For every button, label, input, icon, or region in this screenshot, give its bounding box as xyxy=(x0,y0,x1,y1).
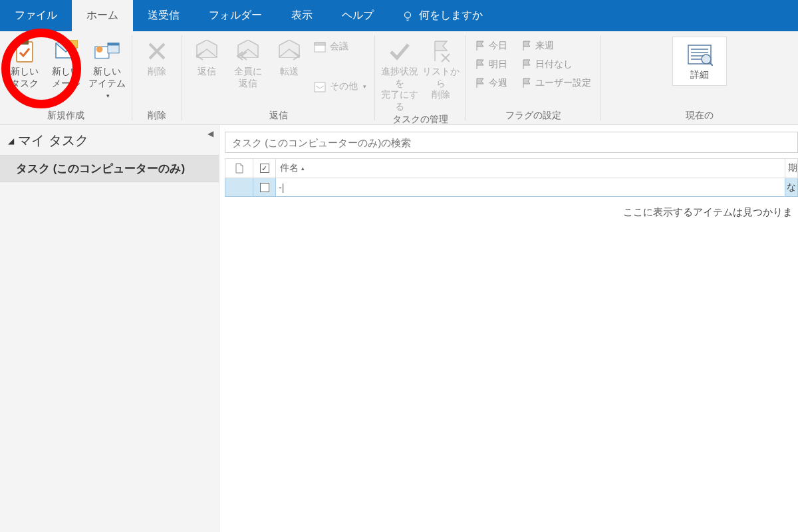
tab-home[interactable]: ホーム xyxy=(72,0,133,31)
flag-icon xyxy=(475,59,485,70)
svg-rect-11 xyxy=(315,82,325,92)
ribbon: 新しい タスク 新しい メール xyxy=(0,31,798,125)
checkbox-empty-icon xyxy=(260,183,269,192)
search-input[interactable] xyxy=(225,137,797,148)
new-task-button[interactable]: 新しい タスク xyxy=(5,37,44,89)
mark-complete-label: 進捗状況を 完了にする xyxy=(380,66,419,112)
tell-me-label: 何をしますか xyxy=(419,9,483,23)
svg-rect-8 xyxy=(108,43,119,46)
search-box[interactable] xyxy=(225,132,798,153)
group-label-manage: タスクの管理 xyxy=(380,112,460,127)
caret-down-icon: ◢ xyxy=(8,136,14,146)
flag-icon xyxy=(475,78,485,88)
new-task-row[interactable]: -| な xyxy=(225,178,798,197)
ribbon-group-respond: 返信 全員に 返信 転送 xyxy=(182,31,374,124)
more-label: その他 xyxy=(330,80,358,92)
flag-next-week[interactable]: 来週 xyxy=(522,38,591,54)
new-row-due-label: な xyxy=(787,182,796,194)
reply-all-button[interactable]: 全員に 返信 xyxy=(229,37,267,89)
flag-next-week-label: 来週 xyxy=(535,40,554,52)
tab-folder[interactable]: フォルダー xyxy=(194,0,277,31)
group-label-respond: 返信 xyxy=(188,108,369,123)
nav-item-tasks-local[interactable]: タスク (このコンピューターのみ) xyxy=(0,155,219,182)
svg-point-0 xyxy=(405,12,411,18)
svg-point-6 xyxy=(96,46,103,53)
tell-me-search[interactable]: 何をしますか xyxy=(388,0,496,31)
detail-view-button[interactable]: 詳細 xyxy=(672,37,727,86)
remove-from-list-label: リストから 削除 xyxy=(422,66,460,101)
ribbon-group-new: 新しい タスク 新しい メール xyxy=(0,31,132,124)
svg-rect-1 xyxy=(17,42,33,62)
col-due[interactable]: 期 xyxy=(785,159,797,178)
mail-icon xyxy=(53,38,79,65)
svg-point-17 xyxy=(702,55,711,64)
checkbox-checked-icon xyxy=(260,164,269,173)
collapse-nav-icon[interactable]: ◀ xyxy=(207,129,213,138)
reply-icon xyxy=(194,38,220,65)
flag-x-icon xyxy=(428,38,454,65)
reply-label: 返信 xyxy=(198,66,216,78)
body-split: ◀ ◢ マイ タスク タスク (このコンピューターのみ) 件名 ▴ 期 xyxy=(0,125,798,532)
table-header: 件名 ▴ 期 xyxy=(225,158,798,178)
svg-rect-10 xyxy=(315,43,325,45)
tab-view[interactable]: 表示 xyxy=(277,0,327,31)
flag-custom[interactable]: ユーザー設定 xyxy=(522,75,591,91)
forward-button[interactable]: 転送 xyxy=(270,37,309,78)
new-items-label: 新しい アイテム ▾ xyxy=(88,66,126,101)
meeting-button[interactable]: 会議 xyxy=(311,38,369,55)
nav-pane: ◀ ◢ マイ タスク タスク (このコンピューターのみ) xyxy=(0,125,219,532)
new-row-due-cell: な xyxy=(785,178,797,196)
calendar-icon xyxy=(314,41,326,53)
col-icon[interactable] xyxy=(225,159,253,178)
ribbon-group-delete: 削除 削除 xyxy=(132,31,182,124)
flag-tomorrow[interactable]: 明日 xyxy=(475,57,507,72)
empty-list-message: ここに表示するアイテムは見つかりま xyxy=(219,197,798,228)
lightbulb-icon xyxy=(402,10,414,22)
flag-no-date-label: 日付なし xyxy=(535,59,573,70)
new-row-flag-cell xyxy=(225,178,253,196)
meeting-label: 会議 xyxy=(330,41,348,53)
ribbon-group-currentview: 詳細 現在の xyxy=(601,31,798,124)
group-label-delete: 削除 xyxy=(138,108,176,123)
new-mail-button[interactable]: 新しい メール xyxy=(47,37,85,89)
col-complete[interactable] xyxy=(253,159,276,178)
more-button[interactable]: その他 ▾ xyxy=(311,78,369,95)
flag-no-date[interactable]: 日付なし xyxy=(522,57,591,72)
svg-rect-4 xyxy=(68,40,78,48)
new-mail-label: 新しい メール xyxy=(52,66,80,89)
reply-all-icon xyxy=(235,38,261,65)
sort-asc-icon: ▴ xyxy=(301,165,305,172)
detail-view-label: 詳細 xyxy=(690,69,709,81)
x-icon xyxy=(144,38,170,65)
forward-icon xyxy=(276,38,303,65)
tab-help[interactable]: ヘルプ xyxy=(327,0,388,31)
flag-icon xyxy=(522,41,531,51)
group-label-flags: フラグの設定 xyxy=(475,108,591,123)
new-row-check-cell[interactable] xyxy=(253,178,276,196)
nav-header[interactable]: ◢ マイ タスク xyxy=(0,125,219,155)
delete-button[interactable]: 削除 xyxy=(138,37,176,78)
remove-from-list-button[interactable]: リストから 削除 xyxy=(422,37,460,101)
mark-complete-button[interactable]: 進捗状況を 完了にする xyxy=(380,37,419,112)
reply-button[interactable]: 返信 xyxy=(188,37,226,78)
flag-custom-label: ユーザー設定 xyxy=(535,77,591,89)
new-items-icon xyxy=(94,38,120,65)
flag-this-week[interactable]: 今週 xyxy=(475,75,507,91)
flag-today[interactable]: 今日 xyxy=(475,38,507,54)
more-icon xyxy=(314,80,326,92)
col-due-label: 期 xyxy=(788,162,797,174)
tab-strip: ファイル ホーム 送受信 フォルダー 表示 ヘルプ 何をしますか xyxy=(0,0,798,31)
flag-tomorrow-label: 明日 xyxy=(489,59,507,70)
new-items-button[interactable]: 新しい アイテム ▾ xyxy=(88,37,126,101)
tab-file[interactable]: ファイル xyxy=(0,0,72,31)
tab-sendreceive[interactable]: 送受信 xyxy=(133,0,194,31)
delete-label: 削除 xyxy=(148,66,166,78)
col-subject-label: 件名 xyxy=(280,162,299,174)
col-subject[interactable]: 件名 ▴ xyxy=(276,159,785,178)
flag-icon xyxy=(522,59,531,70)
nav-header-label: マイ タスク xyxy=(18,132,88,150)
new-row-cursor: -| xyxy=(279,182,284,193)
page-icon xyxy=(235,163,244,174)
new-row-subject-cell[interactable]: -| xyxy=(276,178,785,196)
main-pane: 件名 ▴ 期 -| な ここに表示するアイテムは見つかりま xyxy=(219,125,798,532)
